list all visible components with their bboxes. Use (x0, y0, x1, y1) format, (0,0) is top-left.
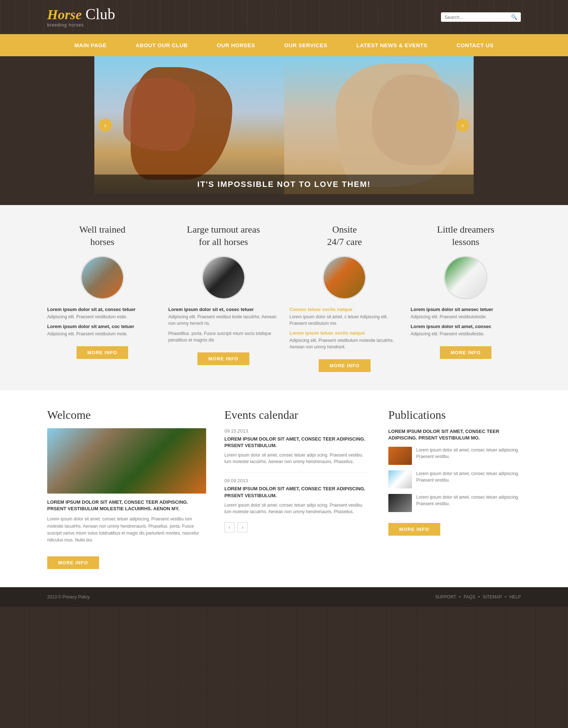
feature-text-block-0a: Lorem ipsum dolor sit at, consec tetuer … (47, 307, 158, 320)
nav-contact[interactable]: CONTACT US (442, 34, 508, 56)
feature-text-title-0b: Lorem ipsum dolor sit amet, coc tetuer (47, 324, 158, 329)
logo-horse: Horse (47, 7, 82, 22)
footer-link-sitemap[interactable]: SITEMAP (483, 594, 502, 600)
feature-text-body-1b: Phasellllus. porta. Fusce suscipit mium … (168, 330, 279, 343)
footer-separator-1: • (459, 594, 462, 600)
feature-text-body-2a: Lorem ipsum dolor sit amet, c tetuer Adi… (290, 314, 400, 327)
more-info-button-2[interactable]: MORE INFO (319, 359, 371, 372)
event-headline-1: LOREM IPSUM DOLOR SIT AMET, CONSEC TEER … (224, 486, 370, 499)
feature-text-title-3b: Lorem ipsum dolor sit amet, consec (410, 324, 521, 329)
publications-column: Publications LOREM IPSUM DOLOR SIT AMET,… (388, 408, 521, 569)
feature-circle-0 (81, 256, 124, 299)
footer-link-support[interactable]: SUPPORT (435, 594, 456, 600)
pub-thumb-1 (388, 470, 412, 488)
feature-text-title-2a: Consec tetuer soclis natque (290, 307, 400, 312)
footer-link-help[interactable]: HELP (510, 594, 521, 600)
pub-thumb-0 (388, 447, 412, 465)
more-info-button-1[interactable]: MORE INFO (197, 352, 249, 365)
more-info-button-3[interactable]: MORE INFO (440, 346, 492, 359)
feature-title-2: Onsite24/7 care (327, 223, 362, 249)
hero-slider: ‹ › IT'S IMPOSSIBLE NOT TO LOVE THEM! (94, 56, 474, 194)
next-icon: › (462, 122, 464, 129)
feature-text-body-3a: Adipiscing elit. Praesent vestibulolesti… (410, 314, 521, 320)
welcome-column: Welcome LOREM IPSUM DOLOR SIT AMET, CONS… (47, 408, 206, 569)
search-button[interactable]: 🔍 (511, 14, 517, 20)
event-body-0: Lorem ipsum dolor sit amet, consec tetue… (224, 452, 370, 465)
welcome-headline: LOREM IPSUM DOLOR SIT AMET, CONSEC TEER … (47, 499, 206, 512)
feature-text-title-3a: Lorem ipsum dolor sit amesec tetuer (410, 307, 521, 312)
hero-prev-button[interactable]: ‹ (99, 119, 112, 132)
feature-text-body-3b: Adipiscing elit. Praesent vestibullestie… (410, 331, 521, 337)
logo-text: Horse Club (47, 7, 115, 22)
event-item-1: 09.09.2013 LOREM IPSUM DOLOR SIT AMET, C… (224, 478, 370, 515)
footer-separator-3: • (505, 594, 508, 600)
search-input[interactable] (445, 15, 511, 20)
event-item-0: 09.15.2013 LOREM IPSUM DOLOR SIT AMET, C… (224, 428, 370, 465)
logo-sub: breeding horses (47, 23, 115, 28)
event-headline-0: LOREM IPSUM DOLOR SIT AMET, CONSEC TEER … (224, 436, 370, 449)
event-date-0: 09.15.2013 (224, 428, 370, 434)
feature-circle-1 (202, 256, 245, 299)
feature-text-title-2b: Lorem ipsum tetuer soclis natque (290, 330, 400, 336)
logo: Horse Club breeding horses (47, 7, 115, 28)
feature-text-block-2a: Consec tetuer soclis natque Lorem ipsum … (290, 307, 400, 327)
event-date-1: 09.09.2013 (224, 478, 370, 483)
footer: 2013 © Privacy Policy SUPPORT • FAQS • S… (0, 587, 568, 607)
feature-text-body-0a: Adipiscing elit. Praesent vestibulum est… (47, 314, 158, 320)
footer-copyright: 2013 © Privacy Policy (47, 594, 90, 600)
events-column: Events calendar 09.15.2013 LOREM IPSUM D… (224, 408, 370, 569)
footer-link-faqs[interactable]: FAQS (463, 594, 475, 600)
publications-headline: LOREM IPSUM DOLOR SIT AMET, CONSEC TEER … (388, 428, 521, 441)
feature-circle-2 (323, 256, 366, 299)
hero-caption: IT'S IMPOSSIBLE NOT TO LOVE THEM! (94, 175, 474, 194)
pub-item-0: Lorem ipsum dolor sit amet, consec tetue… (388, 447, 521, 465)
pub-text-0: Lorem ipsum dolor sit amet, consec tetue… (416, 447, 521, 460)
feature-text-title-0a: Lorem ipsum dolor sit at, consec tetuer (47, 307, 158, 312)
pub-thumb-2 (388, 494, 412, 512)
hero-next-button[interactable]: › (456, 119, 469, 132)
event-navigation: ‹ › (224, 522, 370, 532)
feature-title-0: Well trainedhorses (79, 223, 125, 249)
pub-item-1: Lorem ipsum dolor sit amet, consec tetue… (388, 470, 521, 488)
feature-text-block-2b: Lorem ipsum tetuer soclis natque Adipisc… (290, 330, 400, 350)
feature-text-block-3a: Lorem ipsum dolor sit amesec tetuer Adip… (410, 307, 521, 320)
footer-links: SUPPORT • FAQS • SITEMAP • HELP (435, 594, 521, 600)
nav-about[interactable]: ABOUT OUR CLUB (121, 34, 203, 56)
event-body-1: Lorem ipsum dolor sit amet, consec tetue… (224, 502, 370, 515)
feature-text-title-1a: Lorem ipsum dolor sit et, cosec tetuer (168, 307, 279, 312)
feature-circle-3 (444, 256, 487, 299)
feature-card-2: Onsite24/7 care Consec tetuer soclis nat… (290, 223, 400, 372)
pub-item-2: Lorem ipsum dolor sit amet, consec tetue… (388, 494, 521, 512)
nav-horses[interactable]: OUR HORSES (202, 34, 270, 56)
content-section: Welcome LOREM IPSUM DOLOR SIT AMET, CONS… (0, 390, 568, 587)
feature-title-1: Large turnout areasfor all horses (187, 223, 260, 249)
more-info-button-0[interactable]: MORE INFO (77, 346, 128, 359)
feature-text-block-1b: Phasellllus. porta. Fusce suscipit mium … (168, 330, 279, 343)
nav-news[interactable]: LATEST NEWS & EVENTS (342, 34, 442, 56)
main-nav: MAIN PAGE ABOUT OUR CLUB OUR HORSES OUR … (0, 34, 568, 56)
nav-services[interactable]: OUR SERVICES (270, 34, 342, 56)
feature-text-block-0b: Lorem ipsum dolor sit amet, coc tetuer A… (47, 324, 158, 337)
welcome-image (47, 428, 206, 494)
pub-text-2: Lorem ipsum dolor sit amet, consec tetue… (416, 494, 521, 507)
event-prev-button[interactable]: ‹ (224, 522, 234, 532)
feature-text-body-0b: Adipiscing elit. Praesent vestibulum mol… (47, 331, 158, 337)
welcome-body: Lorem ipsum dolor sit amet, consec tetue… (47, 516, 206, 544)
prev-icon: ‹ (104, 122, 106, 129)
nav-main-page[interactable]: MAIN PAGE (60, 34, 121, 56)
pub-text-1: Lorem ipsum dolor sit amet, consec tetue… (416, 470, 521, 483)
feature-text-body-2b: Adipiscing elit. Praesent vestibulum mol… (290, 337, 400, 350)
event-next-button[interactable]: › (237, 522, 248, 532)
events-title: Events calendar (224, 408, 370, 422)
publications-more-info-button[interactable]: MORE INFO (388, 523, 440, 536)
feature-text-block-1a: Lorem ipsum dolor sit et, cosec tetuer A… (168, 307, 279, 327)
search-box[interactable]: 🔍 (441, 12, 521, 22)
event-divider (224, 472, 370, 473)
welcome-more-info-button[interactable]: MORE INFO (47, 556, 99, 569)
feature-text-body-1a: Adipiscing elit. Praesent vestibul lesti… (168, 314, 279, 327)
feature-title-3: Little dreamerslessons (437, 223, 494, 249)
feature-card-0: Well trainedhorses Lorem ipsum dolor sit… (47, 223, 158, 372)
welcome-title: Welcome (47, 408, 206, 422)
logo-club: Club (86, 6, 115, 23)
hero-image (94, 56, 474, 194)
